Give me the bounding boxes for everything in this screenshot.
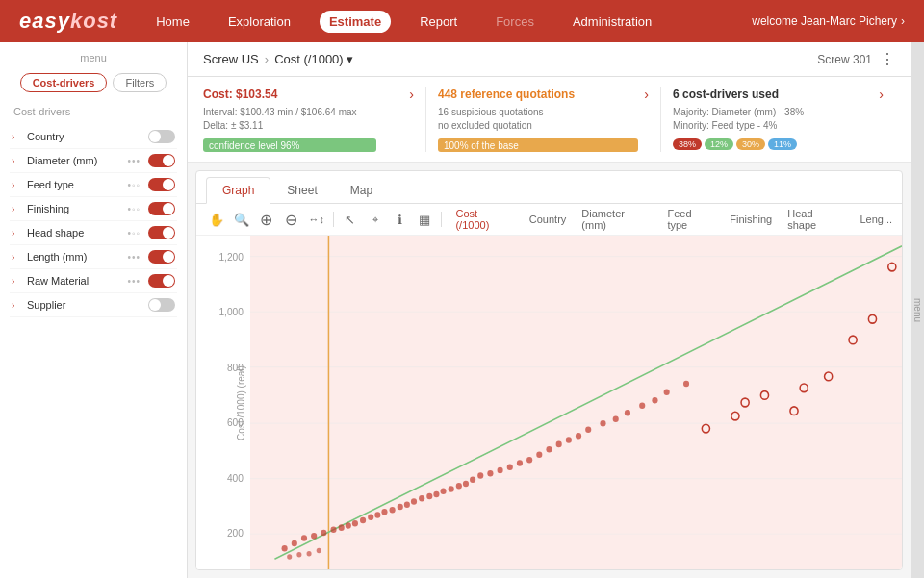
tab-graph[interactable]: Graph	[206, 177, 270, 204]
data-point	[368, 515, 373, 521]
col-diameter[interactable]: Diameter (mm)	[581, 208, 663, 231]
nav-estimate[interactable]: Estimate	[320, 11, 391, 33]
nav-exploration[interactable]: Exploration	[218, 11, 300, 33]
nav-report[interactable]: Report	[410, 11, 467, 33]
card-cost-header: Cost: $103.54 ›	[203, 87, 414, 102]
driver-toggle[interactable]	[148, 154, 175, 167]
data-point	[652, 397, 657, 404]
breadcrumb-right: Screw 301 ⋮	[817, 50, 895, 68]
data-point	[404, 502, 410, 509]
lasso-tool-icon[interactable]: ⌖	[365, 209, 386, 230]
data-point	[398, 504, 403, 511]
col-finishing[interactable]: Finishing	[730, 214, 783, 225]
driver-toggle[interactable]	[148, 178, 175, 191]
driver-length[interactable]: › Length (mm) •••	[10, 245, 177, 269]
card-drivers-arrow[interactable]: ›	[879, 87, 884, 102]
nav-home[interactable]: Home	[146, 11, 199, 33]
col-feed-type[interactable]: Feed type	[667, 208, 726, 231]
driver-name: Supplier	[27, 299, 137, 311]
toolbar-sep2	[441, 212, 442, 227]
driver-head-shape[interactable]: › Head shape •◦◦	[10, 221, 177, 245]
driver-name: Head shape	[27, 227, 123, 239]
col-head-shape[interactable]: Head shape	[787, 208, 856, 231]
driver-toggle[interactable]	[148, 274, 175, 288]
breadcrumb-part[interactable]: Screw US	[203, 52, 259, 66]
card-cost-interval: Interval: $100.43 min / $106.64 max	[203, 106, 414, 119]
driver-finishing[interactable]: › Finishing •◦◦	[10, 197, 177, 221]
chevron-icon: ›	[12, 276, 23, 287]
zoom-minus-icon[interactable]: ⊖	[281, 209, 302, 230]
data-point	[339, 524, 345, 531]
driver-toggle[interactable]	[148, 202, 175, 215]
data-point	[330, 527, 336, 534]
card-quotations-arrow[interactable]: ›	[644, 87, 649, 102]
chart-section: Graph Sheet Map ✋ 🔍 ⊕ ⊖ ↔↕ ↖ ⌖ ℹ ▦ Cost …	[195, 170, 903, 570]
card-cost: Cost: $103.54 › Interval: $100.43 min / …	[203, 87, 426, 152]
select-tool-icon[interactable]: ↖	[340, 209, 361, 230]
breadcrumb-cost[interactable]: Cost (/1000) ▾	[274, 52, 353, 66]
data-point	[390, 507, 396, 514]
data-point	[470, 476, 475, 483]
data-point	[352, 520, 358, 527]
right-menu-tab[interactable]: menu	[911, 42, 924, 578]
user-info[interactable]: welcome Jean-Marc Pichery ›	[752, 14, 905, 28]
card-cost-delta: Delta: ± $3.11	[203, 119, 414, 133]
data-point	[360, 517, 366, 524]
pill-red: 38%	[673, 138, 702, 150]
summary-cards: Cost: $103.54 › Interval: $100.43 min / …	[188, 77, 911, 163]
data-point	[321, 530, 326, 537]
data-point	[625, 410, 630, 416]
card-quotations-title: 448 reference quotations	[438, 88, 575, 101]
driver-supplier[interactable]: › Supplier	[10, 293, 177, 317]
driver-dots: •••	[127, 252, 141, 263]
content-area: Screw US › Cost (/1000) ▾ Screw 301 ⋮ Co…	[188, 42, 911, 578]
card-quotations: 448 reference quotations › 16 suspicious…	[426, 87, 661, 152]
data-point	[498, 467, 503, 474]
card-quotations-line1: 16 suspicious quotations	[438, 106, 649, 119]
sidebar-menu-label: menu	[10, 52, 177, 63]
zoom-fit-icon[interactable]: ↔↕	[306, 209, 327, 230]
confidence-label: confidence level 96%	[209, 140, 300, 151]
table-tool-icon[interactable]: ▦	[415, 209, 436, 230]
col-cost[interactable]: Cost (/1000)	[448, 208, 525, 231]
zoom-plus-icon[interactable]: ⊕	[256, 209, 277, 230]
col-country[interactable]: Country	[529, 214, 578, 225]
cost-drivers-section-label: Cost-drivers	[10, 106, 177, 117]
chevron-icon: ›	[12, 204, 23, 214]
breadcrumb-bar: Screw US › Cost (/1000) ▾ Screw 301 ⋮	[188, 42, 911, 77]
data-point	[536, 451, 542, 458]
driver-country[interactable]: › Country	[10, 125, 177, 149]
chart-toolbar: ✋ 🔍 ⊕ ⊖ ↔↕ ↖ ⌖ ℹ ▦ Cost (/1000) Country …	[196, 204, 902, 236]
driver-feed-type[interactable]: › Feed type •◦◦	[10, 173, 177, 197]
nav-administration[interactable]: Administration	[563, 11, 661, 33]
col-length[interactable]: Leng...	[860, 214, 892, 225]
data-point	[433, 491, 439, 498]
driver-dots: •◦◦	[127, 180, 141, 190]
card-cost-arrow[interactable]: ›	[409, 87, 414, 102]
y-axis-label: Cost /1000) (real)	[236, 365, 246, 440]
chevron-icon: ›	[12, 252, 23, 263]
data-point	[307, 551, 312, 556]
driver-toggle[interactable]	[148, 130, 175, 143]
dots-menu-icon[interactable]: ⋮	[880, 50, 895, 68]
data-point	[566, 437, 572, 443]
chevron-icon: ›	[12, 132, 23, 142]
info-tool-icon[interactable]: ℹ	[390, 209, 411, 230]
driver-toggle[interactable]	[148, 250, 175, 264]
card-drivers-pills: 38% 12% 30% 11%	[673, 138, 884, 150]
tab-sheet[interactable]: Sheet	[270, 177, 333, 204]
driver-dots: •••	[127, 276, 141, 287]
driver-diameter[interactable]: › Diameter (mm) •••	[10, 149, 177, 173]
pill-green: 12%	[705, 138, 733, 150]
zoom-icon[interactable]: 🔍	[231, 209, 252, 230]
filters-button[interactable]: Filters	[113, 73, 167, 92]
data-point	[556, 441, 562, 448]
driver-toggle[interactable]	[148, 298, 175, 312]
tab-map[interactable]: Map	[334, 177, 389, 204]
pan-tool-icon[interactable]: ✋	[206, 209, 227, 230]
driver-raw-material[interactable]: › Raw Material •••	[10, 269, 177, 293]
driver-toggle[interactable]	[148, 226, 175, 239]
nav-forces: Forces	[486, 11, 544, 33]
driver-name: Feed type	[27, 179, 123, 190]
cost-drivers-button[interactable]: Cost-drivers	[20, 73, 108, 92]
